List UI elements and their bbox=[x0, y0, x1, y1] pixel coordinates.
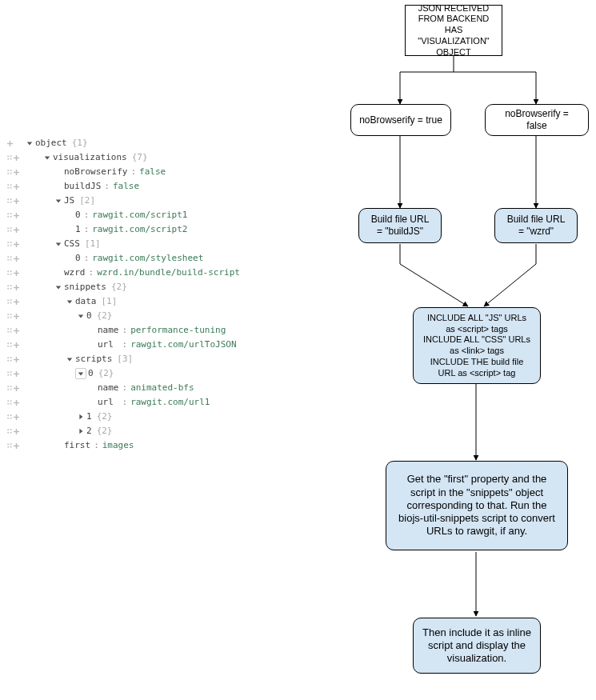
flow-text: INCLUDE ALL "JS" URLs as <script> tags I… bbox=[422, 313, 532, 379]
flow-text: Get the "first" property and the script … bbox=[394, 473, 559, 538]
flow-text: JSON RECEIVED FROM BACKEND HAS "VISUALIZ… bbox=[412, 3, 495, 58]
flow-build-true: Build file URL = "buildJS" bbox=[358, 208, 442, 243]
flow-text: noBrowserify = false bbox=[494, 108, 580, 132]
flow-build-false: Build file URL = "wzrd" bbox=[494, 208, 578, 243]
flow-text: Then include it as inline script and dis… bbox=[422, 626, 532, 666]
flow-text: noBrowserify = true bbox=[359, 114, 442, 126]
flow-branch-true: noBrowserify = true bbox=[350, 104, 451, 136]
flow-first-box: Get the "first" property and the script … bbox=[386, 461, 568, 550]
flow-start-box: JSON RECEIVED FROM BACKEND HAS "VISUALIZ… bbox=[405, 5, 502, 56]
flow-text: Build file URL = "buildJS" bbox=[367, 214, 433, 238]
flow-include-box: INCLUDE ALL "JS" URLs as <script> tags I… bbox=[413, 307, 541, 384]
flow-final-box: Then include it as inline script and dis… bbox=[413, 618, 541, 674]
flow-branch-false: noBrowserify = false bbox=[485, 104, 589, 136]
flow-text: Build file URL = "wzrd" bbox=[503, 214, 569, 238]
